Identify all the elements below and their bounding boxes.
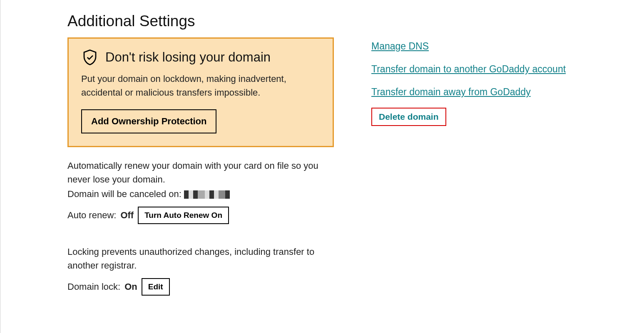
ownership-warning-description: Put your domain on lockdown, making inad… xyxy=(81,72,320,99)
auto-renew-section: Automatically renew your domain with you… xyxy=(67,159,334,224)
delete-domain-link[interactable]: Delete domain xyxy=(379,112,439,121)
auto-renew-label: Auto renew: xyxy=(67,210,116,221)
shield-check-icon xyxy=(81,49,99,66)
ownership-protection-card: Don't risk losing your domain Put your d… xyxy=(67,37,334,147)
domain-lock-status: On xyxy=(124,281,137,292)
add-ownership-protection-button[interactable]: Add Ownership Protection xyxy=(81,109,216,133)
domain-lock-description: Locking prevents unauthorized changes, i… xyxy=(67,245,334,272)
ownership-warning-title: Don't risk losing your domain xyxy=(105,50,271,65)
domain-lock-section: Locking prevents unauthorized changes, i… xyxy=(67,245,334,296)
cancel-date-value xyxy=(184,190,230,199)
cancel-date-prefix: Domain will be canceled on: xyxy=(67,189,182,199)
right-column: Manage DNS Transfer domain to another Go… xyxy=(371,37,566,126)
turn-auto-renew-on-button[interactable]: Turn Auto Renew On xyxy=(138,207,229,224)
edit-domain-lock-button[interactable]: Edit xyxy=(142,278,170,296)
left-column: Don't risk losing your domain Put your d… xyxy=(67,37,334,316)
transfer-to-account-link[interactable]: Transfer domain to another GoDaddy accou… xyxy=(371,64,566,75)
delete-domain-highlight: Delete domain xyxy=(371,108,446,126)
cancel-date-line: Domain will be canceled on: xyxy=(67,187,334,201)
transfer-away-link[interactable]: Transfer domain away from GoDaddy xyxy=(371,86,531,98)
manage-dns-link[interactable]: Manage DNS xyxy=(371,41,429,52)
page-title: Additional Settings xyxy=(67,12,644,30)
auto-renew-description: Automatically renew your domain with you… xyxy=(67,159,334,186)
auto-renew-status: Off xyxy=(120,210,134,221)
domain-lock-label: Domain lock: xyxy=(67,281,120,292)
